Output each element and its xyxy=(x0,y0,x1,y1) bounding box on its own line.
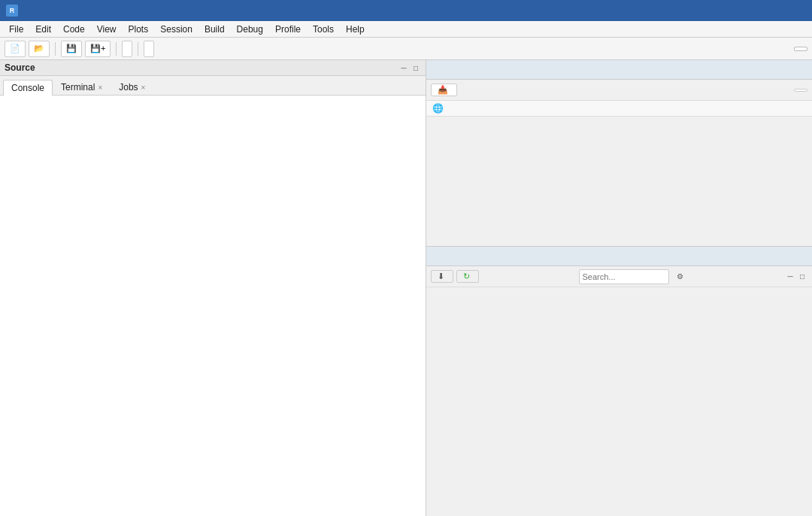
menu-item-view[interactable]: View xyxy=(91,23,123,36)
globe-icon: 🌐 xyxy=(432,103,444,114)
open-file-button[interactable]: 📂 xyxy=(29,41,50,57)
global-env-selector[interactable]: 🌐 xyxy=(426,101,812,117)
env-toolbar-right xyxy=(794,89,807,92)
environment-panel: 📥 🌐 xyxy=(426,60,812,247)
go-to-file-button[interactable] xyxy=(122,41,132,57)
tab-close-jobs[interactable]: × xyxy=(141,83,146,92)
update-icon: ↻ xyxy=(463,272,470,281)
install-icon: ⬇ xyxy=(438,272,444,281)
source-title: Source xyxy=(5,62,398,73)
install-packages-button[interactable]: ⬇ xyxy=(431,270,453,283)
toolbar-separator-1 xyxy=(55,42,56,56)
main-area: Source ─ □ ConsoleTerminal×Jobs× 📥 xyxy=(0,60,812,516)
console-tab-bar: ConsoleTerminal×Jobs× xyxy=(0,76,426,96)
import-icon: 📥 xyxy=(438,85,448,95)
menu-item-plots[interactable]: Plots xyxy=(123,23,155,36)
new-file-button[interactable]: 📄 xyxy=(5,41,26,57)
list-view-button[interactable] xyxy=(794,89,807,92)
files-panel: ⬇ ↻ ⚙ ─ □ xyxy=(426,247,812,516)
save-all-button[interactable]: 💾+ xyxy=(85,41,111,57)
tab-close-terminal[interactable]: × xyxy=(98,83,102,92)
project-selector[interactable] xyxy=(794,47,807,51)
tab-jobs[interactable]: Jobs× xyxy=(111,79,153,95)
menu-item-code[interactable]: Code xyxy=(57,23,91,36)
menu-item-edit[interactable]: Edit xyxy=(29,23,57,36)
import-dataset-button[interactable]: 📥 xyxy=(431,83,457,96)
minimize-button[interactable] xyxy=(764,5,776,17)
save-button[interactable]: 💾 xyxy=(61,41,82,57)
tab-console[interactable]: Console xyxy=(3,80,53,96)
menu-item-build[interactable]: Build xyxy=(198,23,231,36)
console-output[interactable] xyxy=(0,96,426,516)
toolbar-separator-2 xyxy=(116,42,117,56)
titlebar: R xyxy=(0,0,812,21)
menu-item-file[interactable]: File xyxy=(3,23,29,36)
packages-panel-maximize[interactable]: □ xyxy=(797,272,807,282)
menu-item-tools[interactable]: Tools xyxy=(307,23,340,36)
env-tab-bar xyxy=(426,60,812,80)
menu-item-help[interactable]: Help xyxy=(340,23,371,36)
menu-item-session[interactable]: Session xyxy=(154,23,198,36)
addins-button[interactable] xyxy=(144,41,154,57)
menu-item-debug[interactable]: Debug xyxy=(231,23,269,36)
source-maximize[interactable]: □ xyxy=(411,62,421,73)
right-pane: 📥 🌐 ⬇ xyxy=(426,60,812,516)
packages-settings-button[interactable]: ⚙ xyxy=(675,272,686,282)
menu-item-profile[interactable]: Profile xyxy=(269,23,307,36)
source-controls: ─ □ xyxy=(398,62,421,73)
source-minimize[interactable]: ─ xyxy=(398,62,409,73)
toolbar-separator-3 xyxy=(138,42,138,56)
menubar: FileEditCodeViewPlotsSessionBuildDebugPr… xyxy=(0,21,812,38)
packages-search-input[interactable] xyxy=(579,269,669,284)
env-toolbar: 📥 xyxy=(426,80,812,101)
window-controls xyxy=(764,5,806,17)
packages-toolbar: ⬇ ↻ ⚙ ─ □ xyxy=(426,266,812,287)
env-empty-message xyxy=(426,117,812,246)
source-header: Source ─ □ xyxy=(0,60,426,76)
packages-table-container xyxy=(426,287,812,516)
packages-panel-minimize[interactable]: ─ xyxy=(785,272,795,282)
maximize-button[interactable] xyxy=(779,5,791,17)
tab-terminal[interactable]: Terminal× xyxy=(53,79,111,95)
toolbar: 📄 📂 💾 💾+ xyxy=(0,38,812,60)
close-button[interactable] xyxy=(794,5,806,17)
app-icon: R xyxy=(6,5,18,17)
left-pane: Source ─ □ ConsoleTerminal×Jobs× xyxy=(0,60,426,516)
files-tab-bar xyxy=(426,247,812,266)
update-packages-button[interactable]: ↻ xyxy=(456,270,479,283)
